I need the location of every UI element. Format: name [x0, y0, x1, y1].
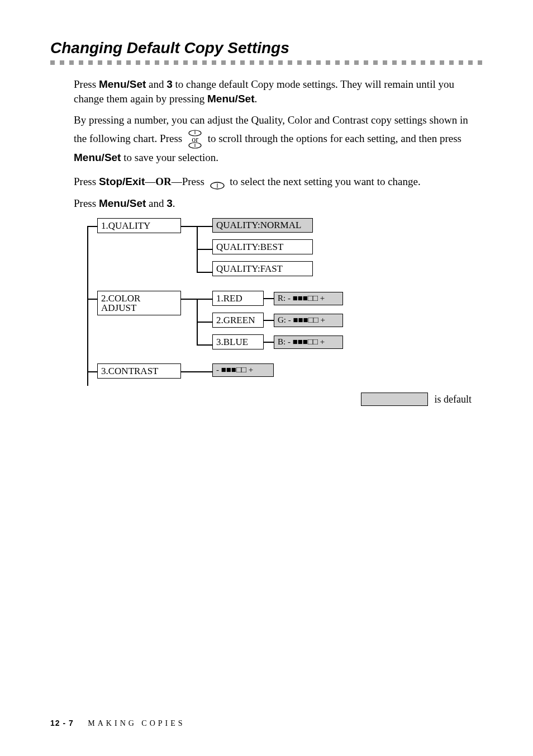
color-channel-green: 2.GREEN — [212, 313, 264, 328]
green-scale: G: - ■■■□□ + — [274, 314, 343, 327]
text: Press — [74, 78, 99, 90]
key-three: 3 — [166, 197, 173, 209]
page-number: 12 - 7 — [50, 719, 74, 727]
default-swatch — [361, 393, 428, 406]
text: Press — [74, 176, 99, 187]
text: and — [146, 78, 166, 90]
paragraph-2: By pressing a number, you can adjust the… — [74, 111, 477, 167]
text: —Press — [172, 176, 207, 187]
menu-set-label: Menu/Set — [207, 93, 254, 105]
paragraph-4: Press Menu/Set and 3. — [74, 196, 477, 211]
stop-exit-label: Stop/Exit — [99, 176, 145, 187]
paragraph-1: Press Menu/Set and 3 to change default C… — [74, 77, 477, 106]
menu-set-label: Menu/Set — [99, 78, 146, 90]
section-title: Changing Default Copy Settings — [50, 39, 483, 57]
text: . — [173, 197, 175, 209]
menu-set-label: Menu/Set — [74, 152, 121, 163]
body-text: Press Menu/Set and 3 to change default C… — [74, 77, 477, 210]
chapter-label: MAKING COPIES — [88, 719, 185, 727]
quality-group: 1.QUALITY QUALITY:NORMAL QUALITY:BEST QU… — [97, 218, 483, 280]
text: — — [145, 176, 155, 187]
color-channel-blue: 3.BLUE — [212, 334, 264, 349]
paragraph-3: Press Stop/Exit—OR—Press to select the n… — [74, 173, 477, 191]
divider — [50, 60, 483, 65]
color-channel-red: 1.RED — [212, 291, 264, 306]
menu-set-label: Menu/Set — [99, 197, 146, 209]
down-ellipse-icon — [210, 178, 225, 187]
text: to save your selection. — [121, 152, 218, 163]
up-down-or-icon: or — [187, 130, 203, 149]
contrast-scale: - ■■■□□ + — [212, 363, 274, 377]
menu-item-contrast: 3.CONTRAST — [97, 363, 181, 379]
menu-diagram: 1.QUALITY QUALITY:NORMAL QUALITY:BEST QU… — [87, 218, 483, 379]
text: . — [254, 93, 257, 105]
default-legend: is default — [74, 393, 483, 406]
page-footer: 12 - 7 MAKING COPIES — [50, 719, 185, 728]
quality-option-fast: QUALITY:FAST — [212, 261, 313, 276]
text: to scroll through the options for each s… — [208, 133, 461, 144]
color-adjust-group: 2.COLOR ADJUST 1.RED R: - ■■■□□ + 2.GREE… — [97, 291, 483, 352]
text: and — [146, 197, 166, 209]
menu-item-color-adjust: 2.COLOR ADJUST — [97, 291, 181, 315]
red-scale: R: - ■■■□□ + — [274, 292, 343, 305]
text: to select the next setting you want to c… — [230, 176, 420, 187]
quality-option-normal: QUALITY:NORMAL — [212, 218, 313, 233]
blue-scale: B: - ■■■□□ + — [274, 336, 343, 349]
contrast-group: 3.CONTRAST - ■■■□□ + — [97, 363, 483, 379]
quality-option-best: QUALITY:BEST — [212, 239, 313, 254]
text: Press — [74, 197, 99, 209]
default-label: is default — [435, 394, 472, 405]
or-label: OR — [155, 176, 172, 187]
key-three: 3 — [166, 78, 173, 90]
menu-item-quality: 1.QUALITY — [97, 218, 181, 233]
